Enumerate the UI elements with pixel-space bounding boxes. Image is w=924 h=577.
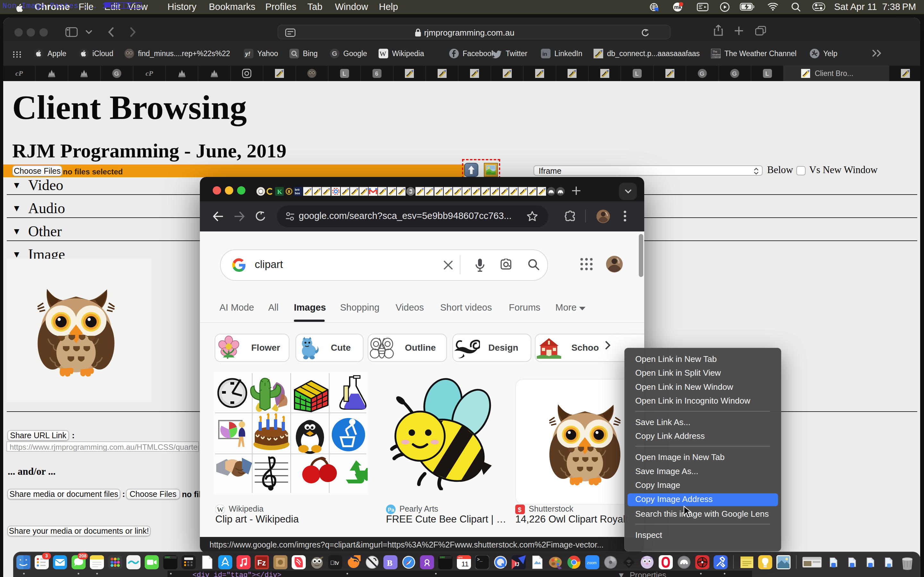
svg-text:$: $ xyxy=(518,506,521,513)
svg-text:Pa: Pa xyxy=(388,507,394,513)
svg-text:G: G xyxy=(700,70,704,77)
svg-text:G: G xyxy=(732,70,737,77)
svg-text:zoom: zoom xyxy=(587,561,596,565)
svg-text:W: W xyxy=(217,506,224,514)
svg-text:6: 6 xyxy=(375,71,378,77)
svg-text:box: box xyxy=(295,192,300,195)
svg-text:L: L xyxy=(342,71,346,77)
svg-text:W: W xyxy=(380,50,386,58)
svg-text:IJ: IJ xyxy=(515,562,519,567)
svg-text:11: 11 xyxy=(461,560,469,568)
svg-text:Channel: Channel xyxy=(712,55,720,58)
svg-text:brit: brit xyxy=(295,188,300,191)
svg-text:K: K xyxy=(277,188,282,195)
svg-text:G: G xyxy=(114,70,119,77)
svg-text:APR: APR xyxy=(458,556,463,559)
svg-text:y!: y! xyxy=(245,51,250,57)
svg-text:>_: >_ xyxy=(477,557,483,562)
svg-text:L: L xyxy=(765,71,769,77)
svg-text:The: The xyxy=(712,50,717,53)
svg-text:EXEC: EXEC xyxy=(165,556,170,559)
svg-text:L: L xyxy=(635,71,639,77)
svg-text:EXEC: EXEC xyxy=(440,556,445,559)
svg-text:G: G xyxy=(332,50,337,57)
svg-text:in: in xyxy=(542,51,547,57)
svg-text:tv: tv xyxy=(330,560,339,566)
svg-text:B: B xyxy=(387,558,393,568)
svg-text:Fz: Fz xyxy=(257,558,266,567)
